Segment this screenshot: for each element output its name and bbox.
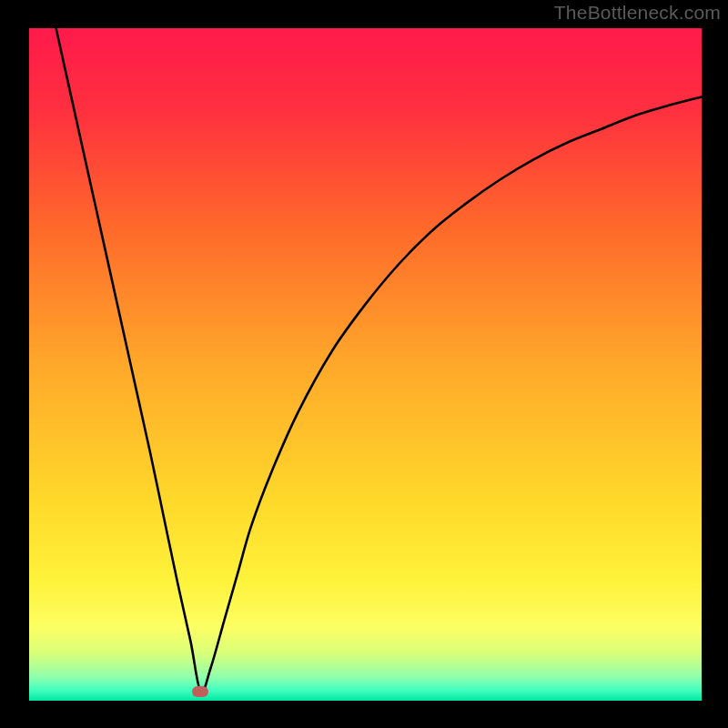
bottleneck-curve — [29, 28, 702, 702]
chart-frame: TheBottleneck.com — [0, 0, 728, 728]
optimal-marker — [192, 686, 208, 697]
watermark-text: TheBottleneck.com — [554, 2, 721, 24]
plot-area — [29, 28, 702, 702]
